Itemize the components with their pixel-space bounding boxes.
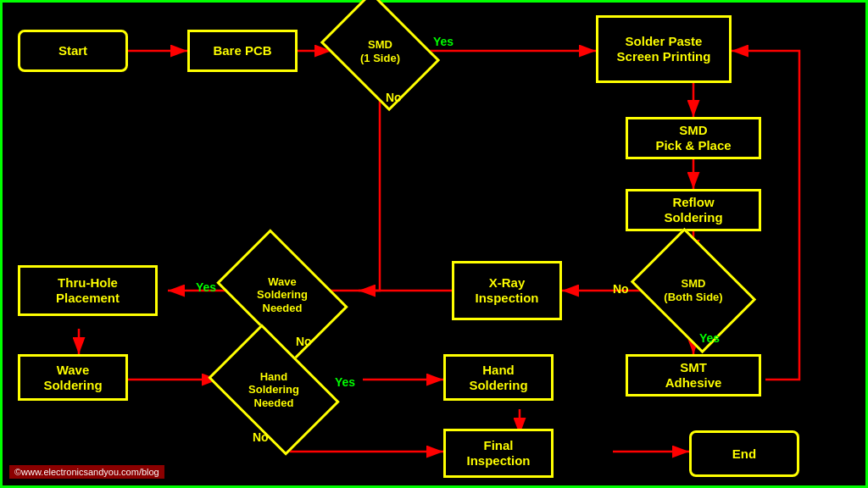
wave-needed-yes-label: Yes (196, 280, 216, 294)
hand-soldering-box: HandSoldering (443, 354, 554, 401)
wave-needed-no-label: No (296, 335, 312, 348)
thru-hole-box: Thru-HolePlacement (18, 265, 158, 316)
smt-adhesive-box: SMTAdhesive (626, 354, 761, 396)
smd-1side-no-label: No (386, 91, 402, 104)
hand-needed-yes-label: Yes (335, 375, 355, 389)
reflow-soldering-box: ReflowSoldering (626, 189, 761, 231)
smd-1side-yes-label: Yes (433, 35, 453, 48)
end-box: End (689, 430, 799, 477)
hand-needed-no-label: No (253, 430, 269, 444)
start-box: Start (18, 30, 128, 72)
flowchart: Start Bare PCB SMD(1 Side) Yes No Solder… (0, 0, 868, 488)
arrows-layer (3, 3, 868, 488)
smd-both-no-label: No (613, 282, 629, 296)
hand-needed-diamond: HandSolderingNeeded (219, 352, 329, 428)
bare-pcb-box: Bare PCB (187, 30, 298, 72)
smd-both-yes-label: Yes (699, 331, 720, 345)
smd-both-diamond: SMD(Both Side) (643, 252, 744, 329)
wave-soldering-box: WaveSoldering (18, 354, 128, 401)
smd-1side-diamond: SMD(1 Side) (331, 15, 429, 87)
wave-needed-diamond: WaveSolderingNeeded (227, 257, 337, 333)
x-ray-box: X-RayInspection (452, 261, 562, 320)
smd-pick-place-box: SMDPick & Place (626, 117, 761, 159)
final-inspection-box: FinalInspection (443, 429, 554, 478)
solder-paste-box: Solder PasteScreen Printing (596, 15, 732, 83)
watermark: ©www.electronicsandyou.com/blog (9, 465, 164, 479)
